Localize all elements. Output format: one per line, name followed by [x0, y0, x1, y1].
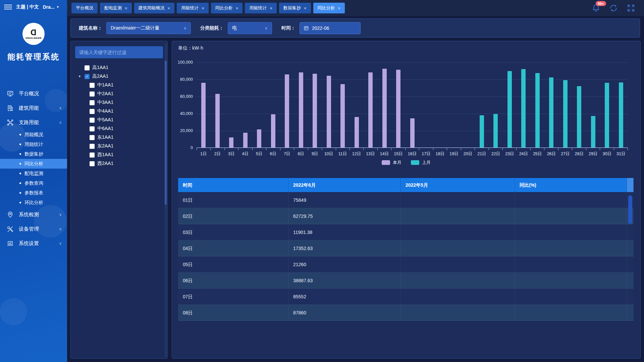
tree-scrollbar[interactable]	[165, 43, 167, 357]
tab-8[interactable]: 同比分析×	[313, 3, 345, 13]
bar-本月-day12[interactable]	[355, 117, 359, 147]
checkbox[interactable]	[90, 109, 95, 114]
submenu-item-6[interactable]: 参数查询	[0, 178, 67, 188]
close-tab-icon[interactable]: ×	[304, 6, 307, 11]
tree-node-12[interactable]: 西2AA1	[71, 159, 167, 168]
checkbox[interactable]	[85, 65, 90, 70]
bar-本月-day11[interactable]	[340, 84, 345, 147]
bar-上月-day29[interactable]	[591, 116, 595, 147]
submenu-item-2[interactable]: 用能统计	[0, 139, 67, 149]
table-scrollbar-thumb[interactable]	[628, 195, 632, 224]
menu-item-3[interactable]: 支路用能∧	[0, 115, 67, 130]
bar-本月-day14[interactable]	[382, 69, 387, 147]
close-tab-icon[interactable]: ×	[338, 6, 341, 11]
close-tab-icon[interactable]: ×	[236, 6, 238, 11]
submenu-item-7[interactable]: 参数报表	[0, 188, 67, 198]
submenu-item-5[interactable]: 配电监测	[0, 169, 67, 178]
bar-上月-day28[interactable]	[577, 86, 581, 147]
bar-本月-day13[interactable]	[368, 72, 373, 147]
energy-type-select[interactable]: 电 ∨	[228, 22, 272, 34]
submenu-item-1[interactable]: 用能概况	[0, 130, 67, 139]
bar-本月-day7[interactable]	[285, 74, 289, 147]
theme-language-switch[interactable]: 主题 | 中文	[16, 4, 39, 10]
bar-上月-day22[interactable]	[493, 114, 498, 147]
checkbox[interactable]	[90, 118, 95, 123]
fullscreen-button[interactable]	[626, 3, 636, 13]
submenu-item-4[interactable]: 同比分析	[0, 159, 67, 169]
tree-filter-input[interactable]	[75, 46, 163, 58]
checkbox[interactable]	[90, 144, 95, 149]
tab-7[interactable]: 数据集抄×	[279, 3, 311, 13]
checkbox[interactable]	[90, 83, 95, 88]
hamburger-menu-icon[interactable]	[4, 5, 12, 9]
bar-上月-day25[interactable]	[535, 73, 540, 147]
bar-本月-day5[interactable]	[257, 129, 261, 147]
submenu-item-label: 用能概况	[24, 132, 43, 138]
tab-2[interactable]: 配电监测×	[100, 3, 132, 13]
bar-本月-day2[interactable]	[215, 94, 220, 147]
tree-node-8[interactable]: 中6AA1	[71, 124, 167, 133]
caret-down-icon[interactable]: ▼	[77, 75, 82, 78]
bar-上月-day23[interactable]	[507, 71, 512, 147]
tree-node-11[interactable]: 西1AA1	[71, 150, 167, 159]
user-selector[interactable]: Dra... ▼	[43, 4, 59, 10]
menu-item-6[interactable]: 系统设置∨	[0, 236, 67, 251]
bar-本月-day9[interactable]	[313, 74, 317, 147]
tab-5[interactable]: 同比分析×	[211, 3, 243, 13]
bar-本月-day3[interactable]	[229, 137, 233, 147]
bar-上月-day26[interactable]	[549, 77, 553, 147]
legend-item-上月[interactable]: 上月	[411, 160, 431, 166]
submenu-item-8[interactable]: 环比分析	[0, 198, 67, 207]
menu-item-5[interactable]: 设备管理∨	[0, 222, 67, 236]
close-tab-icon[interactable]: ×	[125, 6, 127, 11]
bar-本月-day8[interactable]	[299, 72, 303, 147]
checkbox[interactable]	[90, 100, 95, 105]
date-picker[interactable]: 2022-06	[300, 22, 361, 34]
bar-slot-day-24	[517, 62, 530, 147]
bar-本月-day1[interactable]	[201, 83, 206, 147]
tree-node-2[interactable]: ▼✓高2AA1	[71, 72, 167, 81]
notifications-button[interactable]: 99+	[591, 3, 601, 13]
checkbox[interactable]	[90, 135, 95, 140]
tree-node-3[interactable]: 中1AA1	[71, 81, 167, 89]
building-select[interactable]: Draexlmaier一二级计量 ∨	[106, 22, 191, 34]
menu-item-2[interactable]: 建筑用能∨	[0, 101, 67, 115]
bar-本月-day16[interactable]	[410, 118, 415, 147]
bar-本月-day10[interactable]	[327, 76, 331, 147]
close-tab-icon[interactable]: ×	[270, 6, 272, 11]
bar-上月-day31[interactable]	[619, 82, 623, 147]
bar-上月-day27[interactable]	[563, 80, 568, 147]
tree-node-7[interactable]: 中5AA1	[71, 116, 167, 124]
tree-node-1[interactable]: 高1AA1	[71, 63, 167, 72]
bar-上月-day24[interactable]	[521, 69, 526, 147]
x-tick-label: 2日	[210, 151, 224, 157]
checkbox-checked[interactable]: ✓	[85, 74, 90, 79]
bar-本月-day6[interactable]	[271, 114, 275, 147]
close-tab-icon[interactable]: ×	[168, 6, 170, 11]
bar-上月-day30[interactable]	[605, 83, 609, 147]
checkbox[interactable]	[90, 92, 95, 97]
legend-item-本月[interactable]: 本月	[382, 160, 401, 166]
bar-本月-day15[interactable]	[396, 70, 400, 147]
checkbox[interactable]	[90, 126, 95, 131]
menu-item-1[interactable]: 平台概况	[0, 86, 67, 101]
checkbox[interactable]	[90, 161, 95, 166]
tree-node-4[interactable]: 中2AA1	[71, 89, 167, 98]
tab-4[interactable]: 用能统计×	[177, 3, 209, 13]
close-tab-icon[interactable]: ×	[202, 6, 204, 11]
menu-item-4[interactable]: 系统检测∨	[0, 207, 67, 222]
checkbox[interactable]	[90, 153, 95, 158]
tab-1[interactable]: 平台概况	[71, 3, 98, 13]
tree-node-10[interactable]: 东2AA1	[71, 142, 167, 150]
tab-6[interactable]: 用能统计×	[245, 3, 277, 13]
tree-node-9[interactable]: 东1AA1	[71, 133, 167, 142]
tree-node-5[interactable]: 中3AA1	[71, 98, 167, 107]
energy-type-label: 分类能耗：	[200, 25, 224, 31]
tree-node-label: 高2AA1	[92, 73, 108, 79]
tab-3[interactable]: 建筑用能概况×	[134, 3, 175, 13]
bar-上月-day21[interactable]	[480, 115, 484, 147]
submenu-item-3[interactable]: 数据集抄	[0, 149, 67, 159]
tree-node-6[interactable]: 中4AA1	[71, 107, 167, 116]
refresh-button[interactable]	[609, 3, 618, 13]
bar-本月-day4[interactable]	[243, 133, 248, 147]
